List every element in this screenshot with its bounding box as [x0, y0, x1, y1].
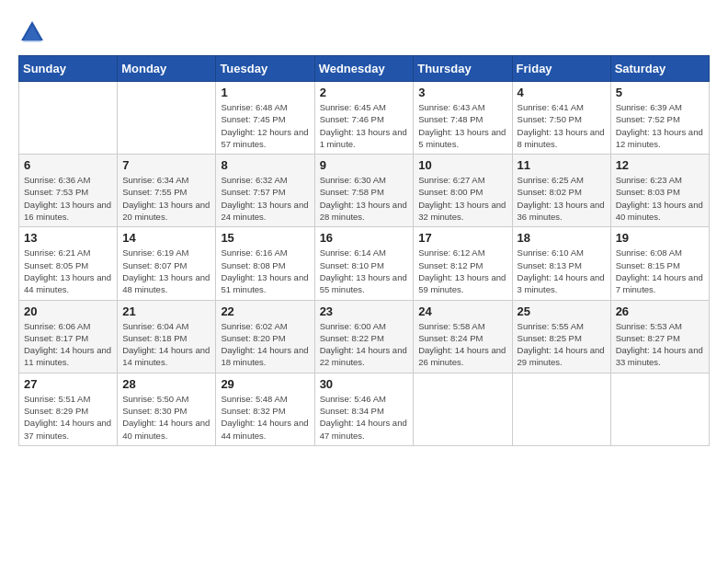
calendar-cell: 21Sunrise: 6:04 AM Sunset: 8:18 PM Dayli…: [118, 300, 216, 373]
day-text: Sunrise: 6:10 AM Sunset: 8:13 PM Dayligh…: [518, 247, 606, 295]
logo: [18, 18, 50, 46]
calendar-cell: 12Sunrise: 6:23 AM Sunset: 8:03 PM Dayli…: [610, 155, 709, 227]
calendar-header-thursday: Thursday: [414, 56, 512, 82]
day-number: 5: [616, 86, 704, 99]
day-text: Sunrise: 5:46 AM Sunset: 8:34 PM Dayligh…: [320, 393, 409, 442]
day-text: Sunrise: 6:00 AM Sunset: 8:22 PM Dayligh…: [320, 320, 409, 369]
calendar-week-row: 27Sunrise: 5:51 AM Sunset: 8:29 PM Dayli…: [19, 373, 710, 445]
calendar-header-row: SundayMondayTuesdayWednesdayThursdayFrid…: [19, 56, 710, 82]
calendar: SundayMondayTuesdayWednesdayThursdayFrid…: [18, 55, 710, 446]
calendar-cell: 1Sunrise: 6:48 AM Sunset: 7:45 PM Daylig…: [216, 82, 314, 155]
day-text: Sunrise: 6:36 AM Sunset: 7:53 PM Dayligh…: [24, 174, 112, 223]
day-number: 11: [518, 158, 606, 172]
calendar-cell: [118, 82, 216, 155]
day-text: Sunrise: 5:48 AM Sunset: 8:32 PM Dayligh…: [221, 393, 309, 442]
day-text: Sunrise: 6:30 AM Sunset: 7:58 PM Dayligh…: [320, 174, 409, 223]
calendar-cell: [512, 373, 610, 445]
day-text: Sunrise: 5:55 AM Sunset: 8:25 PM Dayligh…: [518, 320, 606, 369]
day-number: 18: [518, 231, 606, 245]
calendar-cell: 3Sunrise: 6:43 AM Sunset: 7:48 PM Daylig…: [414, 82, 512, 155]
calendar-cell: 27Sunrise: 5:51 AM Sunset: 8:29 PM Dayli…: [19, 373, 118, 445]
calendar-cell: 28Sunrise: 5:50 AM Sunset: 8:30 PM Dayli…: [118, 373, 216, 445]
day-number: 16: [320, 231, 409, 245]
day-text: Sunrise: 5:51 AM Sunset: 8:29 PM Dayligh…: [24, 393, 112, 442]
calendar-cell: 26Sunrise: 5:53 AM Sunset: 8:27 PM Dayli…: [610, 300, 709, 373]
calendar-cell: 18Sunrise: 6:10 AM Sunset: 8:13 PM Dayli…: [512, 227, 610, 300]
calendar-cell: 8Sunrise: 6:32 AM Sunset: 7:57 PM Daylig…: [216, 155, 314, 227]
day-number: 10: [418, 158, 506, 172]
calendar-header-tuesday: Tuesday: [216, 56, 314, 82]
day-number: 14: [122, 231, 210, 245]
day-number: 24: [418, 304, 506, 318]
day-text: Sunrise: 6:39 AM Sunset: 7:52 PM Dayligh…: [616, 101, 704, 150]
day-number: 19: [616, 231, 704, 245]
day-number: 28: [122, 377, 210, 391]
calendar-week-row: 6Sunrise: 6:36 AM Sunset: 7:53 PM Daylig…: [19, 155, 710, 227]
day-text: Sunrise: 6:21 AM Sunset: 8:05 PM Dayligh…: [24, 247, 112, 295]
calendar-cell: [414, 373, 512, 445]
day-number: 13: [24, 231, 112, 245]
calendar-header-sunday: Sunday: [19, 56, 118, 82]
day-text: Sunrise: 6:32 AM Sunset: 7:57 PM Dayligh…: [221, 174, 309, 223]
day-number: 27: [24, 377, 112, 391]
calendar-cell: 16Sunrise: 6:14 AM Sunset: 8:10 PM Dayli…: [314, 227, 414, 300]
day-number: 2: [320, 86, 409, 99]
day-text: Sunrise: 6:43 AM Sunset: 7:48 PM Dayligh…: [418, 101, 506, 150]
day-number: 6: [24, 158, 112, 172]
calendar-header-monday: Monday: [118, 56, 216, 82]
calendar-cell: 15Sunrise: 6:16 AM Sunset: 8:08 PM Dayli…: [216, 227, 314, 300]
calendar-cell: 13Sunrise: 6:21 AM Sunset: 8:05 PM Dayli…: [19, 227, 118, 300]
calendar-cell: 7Sunrise: 6:34 AM Sunset: 7:55 PM Daylig…: [118, 155, 216, 227]
day-number: 8: [221, 158, 309, 172]
calendar-cell: 17Sunrise: 6:12 AM Sunset: 8:12 PM Dayli…: [414, 227, 512, 300]
day-text: Sunrise: 5:58 AM Sunset: 8:24 PM Dayligh…: [418, 320, 506, 369]
day-text: Sunrise: 6:14 AM Sunset: 8:10 PM Dayligh…: [320, 247, 409, 295]
day-number: 15: [221, 231, 309, 245]
day-text: Sunrise: 6:08 AM Sunset: 8:15 PM Dayligh…: [616, 247, 704, 295]
calendar-week-row: 13Sunrise: 6:21 AM Sunset: 8:05 PM Dayli…: [19, 227, 710, 300]
day-text: Sunrise: 6:02 AM Sunset: 8:20 PM Dayligh…: [221, 320, 309, 369]
day-text: Sunrise: 5:50 AM Sunset: 8:30 PM Dayligh…: [122, 393, 210, 442]
day-text: Sunrise: 6:04 AM Sunset: 8:18 PM Dayligh…: [122, 320, 210, 369]
calendar-cell: 29Sunrise: 5:48 AM Sunset: 8:32 PM Dayli…: [216, 373, 314, 445]
day-text: Sunrise: 6:25 AM Sunset: 8:02 PM Dayligh…: [518, 174, 606, 223]
header: [18, 18, 710, 46]
day-number: 21: [122, 304, 210, 318]
day-text: Sunrise: 6:19 AM Sunset: 8:07 PM Dayligh…: [122, 247, 210, 295]
calendar-cell: 20Sunrise: 6:06 AM Sunset: 8:17 PM Dayli…: [19, 300, 118, 373]
calendar-cell: 11Sunrise: 6:25 AM Sunset: 8:02 PM Dayli…: [512, 155, 610, 227]
day-text: Sunrise: 6:27 AM Sunset: 8:00 PM Dayligh…: [418, 174, 506, 223]
calendar-header-friday: Friday: [512, 56, 610, 82]
day-text: Sunrise: 6:41 AM Sunset: 7:50 PM Dayligh…: [518, 101, 606, 150]
calendar-cell: 25Sunrise: 5:55 AM Sunset: 8:25 PM Dayli…: [512, 300, 610, 373]
calendar-cell: 2Sunrise: 6:45 AM Sunset: 7:46 PM Daylig…: [314, 82, 414, 155]
logo-icon: [18, 18, 46, 46]
calendar-cell: 30Sunrise: 5:46 AM Sunset: 8:34 PM Dayli…: [314, 373, 414, 445]
calendar-header-wednesday: Wednesday: [314, 56, 414, 82]
day-text: Sunrise: 6:06 AM Sunset: 8:17 PM Dayligh…: [24, 320, 112, 369]
calendar-cell: 6Sunrise: 6:36 AM Sunset: 7:53 PM Daylig…: [19, 155, 118, 227]
day-text: Sunrise: 6:12 AM Sunset: 8:12 PM Dayligh…: [418, 247, 506, 295]
day-text: Sunrise: 5:53 AM Sunset: 8:27 PM Dayligh…: [616, 320, 704, 369]
day-number: 22: [221, 304, 309, 318]
calendar-week-row: 20Sunrise: 6:06 AM Sunset: 8:17 PM Dayli…: [19, 300, 710, 373]
day-text: Sunrise: 6:23 AM Sunset: 8:03 PM Dayligh…: [616, 174, 704, 223]
day-number: 25: [518, 304, 606, 318]
calendar-week-row: 1Sunrise: 6:48 AM Sunset: 7:45 PM Daylig…: [19, 82, 710, 155]
day-number: 3: [418, 86, 506, 99]
calendar-cell: [19, 82, 118, 155]
day-number: 17: [418, 231, 506, 245]
day-number: 29: [221, 377, 309, 391]
calendar-cell: 22Sunrise: 6:02 AM Sunset: 8:20 PM Dayli…: [216, 300, 314, 373]
day-number: 1: [221, 86, 309, 99]
calendar-cell: 14Sunrise: 6:19 AM Sunset: 8:07 PM Dayli…: [118, 227, 216, 300]
calendar-cell: 10Sunrise: 6:27 AM Sunset: 8:00 PM Dayli…: [414, 155, 512, 227]
calendar-header-saturday: Saturday: [610, 56, 709, 82]
calendar-cell: [610, 373, 709, 445]
calendar-cell: 19Sunrise: 6:08 AM Sunset: 8:15 PM Dayli…: [610, 227, 709, 300]
day-text: Sunrise: 6:34 AM Sunset: 7:55 PM Dayligh…: [122, 174, 210, 223]
day-number: 23: [320, 304, 409, 318]
calendar-cell: 24Sunrise: 5:58 AM Sunset: 8:24 PM Dayli…: [414, 300, 512, 373]
day-text: Sunrise: 6:45 AM Sunset: 7:46 PM Dayligh…: [320, 101, 409, 150]
day-number: 26: [616, 304, 704, 318]
